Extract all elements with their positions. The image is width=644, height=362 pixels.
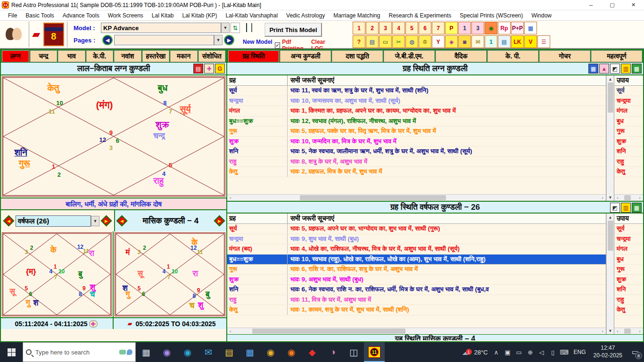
start-button[interactable] xyxy=(0,342,23,362)
yantra-small-icon[interactable]: ▥ xyxy=(621,203,631,213)
menu-item-special-prints-wscreen-[interactable]: Special Prints (WScreen) xyxy=(455,11,527,20)
upay-item[interactable]: गुरू xyxy=(614,126,643,137)
clock[interactable]: 12:47 20-02-2025 xyxy=(590,345,626,359)
tools-icon[interactable]: ✂ xyxy=(392,35,405,48)
tab-जे.बी.डी.एम.[interactable]: जे.बी.डी.एम. xyxy=(384,50,435,62)
upay-item[interactable]: राहु xyxy=(614,295,643,305)
table1-hscrollbar[interactable]: ‹› xyxy=(227,194,606,201)
pdf-printing-checkbox[interactable]: ✓ xyxy=(275,42,280,49)
menu-item-lal-kitab-kp-[interactable]: Lal Kitab (KP) xyxy=(178,11,222,20)
chevron-up-icon[interactable]: ∧ xyxy=(491,342,502,362)
close-button[interactable]: ✕ xyxy=(623,0,644,10)
screen-3-icon[interactable]: 3 xyxy=(379,22,392,34)
menu-item-marriage-matching[interactable]: Marriage Matching xyxy=(329,11,384,20)
lal-kitab-book-icon[interactable]: ▰ xyxy=(32,29,40,40)
table-row[interactable]: शनिभावः 5, नेक स्वभाव, जालीमाना ऋण, धर्म… xyxy=(227,147,606,157)
upay-item[interactable]: शनि xyxy=(614,147,643,157)
menu-item-research-experiments[interactable]: Research & Experiments xyxy=(385,11,456,20)
battery-icon[interactable]: ▭ xyxy=(513,342,525,362)
kite-icon[interactable]: ◈ xyxy=(445,35,458,48)
screen-7-icon[interactable]: 7 xyxy=(432,22,445,34)
lagna-kundali-chart[interactable]: केतु1011(मंग)बुध87सूर्यशुक्रचन्द्र91263श… xyxy=(2,76,225,197)
plus-ball-icon[interactable]: ✚ xyxy=(89,320,98,328)
photo-frame-icon[interactable]: ◙ xyxy=(458,35,471,48)
grid-green-icon[interactable]: ▩ xyxy=(632,203,642,213)
table-row[interactable]: चन्द्रमाभावः 9, शुभ भाव में, साथी (बुध) xyxy=(227,234,606,245)
table-row[interactable]: बुध==शुक्रभावः 12, स्वभाव (मंगल), राशिफल… xyxy=(227,116,606,127)
tab-के.पी.[interactable]: के.पी. xyxy=(86,50,114,62)
network-icon[interactable]: ⊕ xyxy=(525,342,536,362)
tarot-card-icon[interactable]: ♔ xyxy=(419,35,431,48)
upay-item[interactable]: मंगल xyxy=(614,106,643,116)
kundali-1-icon[interactable]: 1 xyxy=(458,22,471,34)
keyboard-icon[interactable]: ⌨ xyxy=(559,342,570,362)
grid-blue-icon[interactable]: ▦ xyxy=(588,64,598,74)
table-row[interactable]: शुक्रभावः 9, अशुभ भाव में, साथी (बुध) xyxy=(227,275,606,285)
tab-अन्य कुण्डली[interactable]: अन्य कुण्डली xyxy=(280,50,331,62)
chart-pink-icon[interactable]: ▲ xyxy=(599,64,609,74)
masik-prev-button[interactable]: ◀ xyxy=(116,215,127,226)
tab-संशोधित[interactable]: संशोधित xyxy=(198,50,226,62)
plus-ball-icon[interactable]: ✚ xyxy=(204,64,214,74)
maximize-button[interactable]: ▢ xyxy=(602,0,623,10)
upay2-hscrollbar[interactable]: ‹› xyxy=(614,328,643,334)
red-astro-11-app-icon[interactable]: 11 xyxy=(364,342,385,362)
tab-महत्वपूर्ण[interactable]: महत्वपूर्ण xyxy=(591,50,642,62)
printer-icon[interactable] xyxy=(243,24,262,37)
chakra-target-icon[interactable]: ◉ xyxy=(485,22,497,34)
screen-4-icon[interactable]: 4 xyxy=(392,22,405,34)
lk-badge-icon[interactable]: LK xyxy=(511,35,524,48)
screen-5-icon[interactable]: 5 xyxy=(405,22,418,34)
menu-item-work-screens[interactable]: Work Screens xyxy=(104,11,148,20)
firefox-icon[interactable]: ◉ xyxy=(281,342,302,362)
table-row[interactable]: मंगल (बद)भावः 4, धोखे का, राशिफल, नीचस्थ… xyxy=(227,244,606,255)
new-model-link[interactable]: New Model xyxy=(243,39,272,45)
varshphal-next-button[interactable]: ▶ xyxy=(100,215,112,226)
upay-item[interactable]: शनि xyxy=(614,285,643,295)
recycle-icon[interactable]: ◫ xyxy=(343,342,364,362)
menu-item-file[interactable]: File xyxy=(4,11,21,20)
table-row[interactable]: मंगलभावः 1, किस्मत का, ग्रहफल, अपने घर क… xyxy=(227,106,606,116)
minimize-button[interactable]: ─ xyxy=(580,0,602,10)
contact-card-icon[interactable]: ▭ xyxy=(379,35,392,48)
table-row[interactable]: राहुभावः 11, मित्र के घर में, अशुभ भाव म… xyxy=(227,295,606,305)
varshphal-select[interactable]: वर्षफल (26) xyxy=(16,215,91,227)
yantra-y-icon[interactable]: Y xyxy=(432,35,445,48)
store-icon[interactable]: ▦ xyxy=(239,342,260,362)
tab-दशा पद्धति[interactable]: दशा पद्धति xyxy=(332,50,383,62)
explorer-icon[interactable]: ▤ xyxy=(219,342,239,362)
table-row[interactable]: शुक्रभावः 10, जन्मदिन का, मित्र के घर मे… xyxy=(227,137,606,147)
printer-1-icon[interactable]: 1 xyxy=(485,35,497,48)
table2-vscrollbar[interactable]: ▲▼ xyxy=(606,214,614,334)
tab-मकान[interactable]: मकान xyxy=(170,50,198,62)
tab-हस्तरेखा[interactable]: हस्तरेखा xyxy=(142,50,170,62)
envelope-icon[interactable]: ✉ xyxy=(471,35,484,48)
table-row[interactable]: सूर्यभावः 5, ग्रहफल, अपने घर का, भाग्योद… xyxy=(227,224,606,234)
kundali-small-icon[interactable]: ◩ xyxy=(610,203,620,213)
upay-item[interactable]: मंगल xyxy=(614,244,643,255)
p-plus-p-icon[interactable]: P+P xyxy=(511,22,524,34)
table-row[interactable]: चन्द्रमाभावः 10, जन्मसमय का, अशुभ भाव मे… xyxy=(227,96,606,107)
screen-1-icon[interactable]: 1 xyxy=(353,22,365,34)
task-view-icon[interactable]: ▦ xyxy=(136,342,157,362)
masik-next-button[interactable]: ▶ xyxy=(214,215,225,226)
menu-item-advance-tools[interactable]: Advance Tools xyxy=(58,11,104,20)
kundali-3-icon[interactable]: 3 xyxy=(471,22,484,34)
table-row[interactable]: केतुभावः 2, ग्रहफल, मित्र के घर में, शुभ… xyxy=(227,167,606,177)
upay-item[interactable]: सूर्य xyxy=(614,86,643,96)
menu-item-vedic-astrology[interactable]: Vedic Astrology xyxy=(282,11,329,20)
print-this-model-button[interactable]: Print This Model xyxy=(264,23,322,37)
upay-item[interactable]: शुक्र xyxy=(614,275,643,285)
map-search-icon[interactable]: ? xyxy=(353,35,365,48)
masik-kundali-chart[interactable]: मं23के1211सू14107राशगु5698बुचशु xyxy=(115,232,225,316)
table-row[interactable]: सूर्यभावः 11, स्वयं का ऋण, शत्रु के घर म… xyxy=(227,86,606,96)
table1-vscrollbar[interactable]: ▲▼ xyxy=(606,75,614,201)
printer-icon[interactable]: ▤ xyxy=(498,35,511,48)
edge-icon[interactable]: ◉ xyxy=(177,342,198,362)
tab-नवांश[interactable]: नवांश xyxy=(114,50,141,62)
varshphal-kundali-chart[interactable]: 23के1211रा{म}14107बुसू56गुश98शुच xyxy=(2,232,112,316)
kundali-small-icon[interactable]: ◩ xyxy=(610,64,620,74)
lal-kitab-app-icon[interactable]: ◆ xyxy=(302,342,322,362)
pages-dropdown-arrow[interactable]: ▼ xyxy=(214,35,223,45)
table-row[interactable]: शनिभावः 6, नेक स्वभाव, राशि न. का, राशिफ… xyxy=(227,285,606,295)
